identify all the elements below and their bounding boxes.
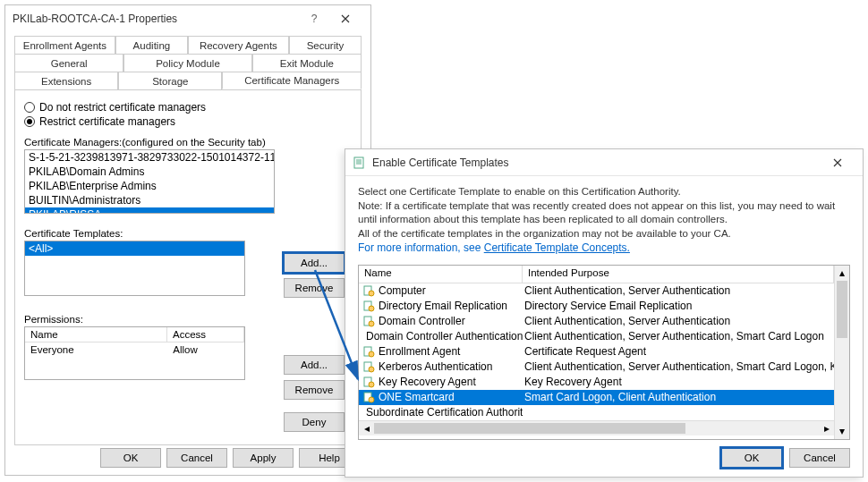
table-header: Name Intended Purpose — [359, 266, 834, 283]
horizontal-scrollbar[interactable]: ◂ ▸ — [359, 420, 834, 435]
tab-recovery-agents[interactable]: Recovery Agents — [188, 36, 289, 54]
col-purpose[interactable]: Intended Purpose — [523, 266, 834, 283]
row-purpose: Client Authentication, Server Authentica… — [523, 330, 834, 342]
apply-button[interactable]: Apply — [233, 448, 294, 468]
perm-access: Allow — [167, 342, 244, 357]
permissions-label: Permissions: — [24, 314, 352, 325]
info-line2: Note: If a certificate template that was… — [358, 199, 850, 227]
list-item[interactable]: <All> — [25, 241, 244, 256]
table-row[interactable]: Subordinate Certification Authority — [359, 405, 834, 420]
list-item[interactable]: PKILAB\Enterprise Admins — [25, 179, 274, 193]
radio-on-icon — [24, 116, 35, 127]
radio-restrict-label: Restrict certificate managers — [39, 115, 175, 128]
enable-templates-dialog: Enable Certificate Templates Select one … — [345, 148, 864, 478]
template-concepts-link[interactable]: Certificate Template Concepts. — [484, 241, 630, 254]
row-name: Kerberos Authentication — [379, 360, 492, 373]
vertical-scrollbar[interactable]: ▴ ▾ — [834, 266, 849, 439]
svg-point-14 — [369, 382, 374, 387]
col-access[interactable]: Access — [167, 327, 244, 342]
certificate-template-icon — [362, 315, 375, 327]
templates-listview[interactable]: Name Intended Purpose ComputerClient Aut… — [358, 265, 850, 440]
tab-extensions[interactable]: Extensions — [14, 72, 118, 89]
scroll-thumb[interactable] — [837, 281, 847, 338]
radio-unrestrict[interactable]: Do not restrict certificate managers — [24, 101, 352, 114]
cert-managers-list[interactable]: S-1-5-21-3239813971-3829733022-150101437… — [24, 149, 275, 214]
info-link-row: For more information, see Certificate Te… — [358, 241, 850, 256]
cert-templates-list[interactable]: <All> — [24, 241, 245, 296]
row-purpose: Certificate Request Agent — [523, 345, 834, 358]
ok-button[interactable]: OK — [100, 448, 161, 468]
cancel-button[interactable]: Cancel — [166, 448, 227, 468]
col-name[interactable]: Name — [25, 327, 167, 342]
list-item[interactable]: PKILAB\RISSA — [25, 207, 274, 214]
col-name[interactable]: Name — [359, 266, 523, 283]
tab-security[interactable]: Security — [289, 36, 362, 54]
list-item[interactable]: BUILTIN\Administrators — [25, 193, 274, 207]
add-template-button[interactable]: Add... — [284, 253, 345, 273]
help-icon[interactable]: ? — [301, 13, 328, 25]
list-item[interactable]: S-1-5-21-3239813971-3829733022-150101437… — [25, 150, 274, 165]
row-purpose: Client Authentication, Server Authentica… — [523, 360, 834, 373]
table-row[interactable]: Domain ControllerClient Authentication, … — [359, 314, 834, 329]
scroll-thumb[interactable] — [374, 423, 685, 434]
certificate-template-icon — [362, 284, 375, 297]
cert-templates-label: Certificate Templates: — [24, 228, 352, 239]
tab-enrollment-agents[interactable]: Enrollment Agents — [14, 36, 115, 54]
table-row[interactable]: ONE SmartcardSmart Card Logon, Client Au… — [359, 390, 834, 405]
scroll-down-icon[interactable]: ▾ — [835, 424, 849, 439]
list-item[interactable]: PKILAB\Domain Admins — [25, 165, 274, 179]
enable-title: Enable Certificate Templates — [372, 156, 820, 169]
table-row[interactable]: ComputerClient Authentication, Server Au… — [359, 283, 834, 299]
permissions-table[interactable]: Name Access Everyone Allow — [24, 326, 245, 380]
tab-storage[interactable]: Storage — [118, 72, 222, 89]
dialog-buttons: OK Cancel Apply Help — [100, 448, 360, 468]
remove-permission-button[interactable]: Remove — [284, 380, 345, 400]
svg-point-4 — [369, 306, 374, 311]
certificate-template-icon — [362, 300, 375, 312]
cancel-button[interactable]: Cancel — [789, 448, 850, 468]
row-name: ONE Smartcard — [379, 391, 455, 403]
info-line1: Select one Certificate Template to enabl… — [358, 185, 850, 199]
close-icon[interactable] — [328, 5, 363, 32]
dialog-buttons: OK Cancel — [721, 448, 850, 468]
table-row[interactable]: Directory Email ReplicationDirectory Ser… — [359, 299, 834, 314]
table-row[interactable]: Everyone Allow — [25, 342, 244, 357]
tab-certificate-managers[interactable]: Certificate Managers — [222, 72, 362, 89]
row-name: Computer — [379, 284, 426, 297]
add-permission-button[interactable]: Add... — [284, 355, 345, 375]
svg-rect-0 — [354, 157, 363, 168]
table-row[interactable]: Key Recovery AgentKey Recovery Agent — [359, 375, 834, 390]
template-icon — [353, 156, 367, 170]
info-line3: All of the certificate templates in the … — [358, 227, 850, 241]
deny-button[interactable]: Deny — [284, 412, 345, 432]
certificate-template-icon — [362, 391, 375, 403]
table-row[interactable]: Kerberos AuthenticationClient Authentica… — [359, 359, 834, 375]
properties-window: PKILab-ROOTCA-CA-1 Properties ? Enrollme… — [4, 4, 371, 476]
scroll-up-icon[interactable]: ▴ — [835, 266, 849, 281]
tab-policy-module[interactable]: Policy Module — [123, 54, 251, 72]
radio-unrestrict-label: Do not restrict certificate managers — [39, 101, 206, 114]
table-row[interactable]: Domain Controller AuthenticationClient A… — [359, 329, 834, 344]
scroll-right-icon[interactable]: ▸ — [819, 421, 834, 435]
table-row[interactable]: Enrollment AgentCertificate Request Agen… — [359, 344, 834, 359]
certificate-template-icon — [362, 360, 375, 373]
perm-name: Everyone — [25, 342, 167, 357]
close-icon[interactable] — [820, 149, 855, 176]
tab-panel: Do not restrict certificate managers Res… — [14, 89, 362, 445]
svg-point-16 — [369, 397, 374, 402]
table-header: Name Access — [25, 327, 244, 342]
tab-general[interactable]: General — [14, 54, 123, 72]
svg-point-12 — [369, 367, 374, 372]
certificate-template-icon — [362, 345, 375, 358]
radio-restrict[interactable]: Restrict certificate managers — [24, 115, 352, 128]
remove-template-button[interactable]: Remove — [284, 278, 345, 298]
row-purpose: Directory Service Email Replication — [523, 300, 834, 312]
row-name: Subordinate Certification Authority — [366, 406, 523, 419]
row-name: Domain Controller — [379, 315, 465, 327]
tab-exit-module[interactable]: Exit Module — [252, 54, 362, 72]
ok-button[interactable]: OK — [721, 448, 782, 468]
scroll-left-icon[interactable]: ◂ — [359, 421, 374, 435]
tab-auditing[interactable]: Auditing — [115, 36, 188, 54]
certificate-template-icon — [362, 376, 375, 388]
row-name: Domain Controller Authentication — [366, 330, 523, 342]
